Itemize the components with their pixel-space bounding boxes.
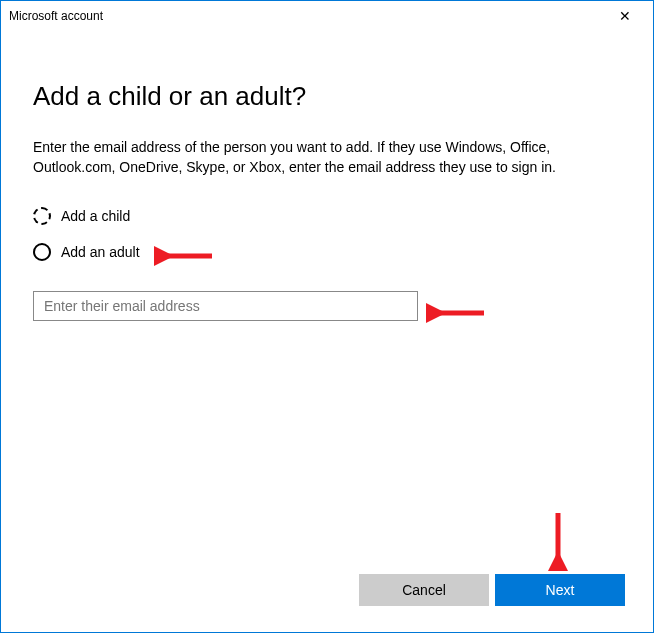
radio-label-adult: Add an adult — [61, 244, 140, 260]
radio-icon — [33, 243, 51, 261]
page-heading: Add a child or an adult? — [33, 81, 621, 112]
content-area: Add a child or an adult? Enter the email… — [1, 31, 653, 341]
next-button[interactable]: Next — [495, 574, 625, 606]
page-description: Enter the email address of the person yo… — [33, 138, 621, 177]
cancel-button[interactable]: Cancel — [359, 574, 489, 606]
radio-add-adult[interactable]: Add an adult — [33, 243, 621, 261]
button-row: Cancel Next — [359, 574, 625, 606]
annotation-arrow — [543, 511, 573, 571]
radio-group: Add a child Add an adult — [33, 207, 621, 261]
radio-add-child[interactable]: Add a child — [33, 207, 621, 225]
window-title: Microsoft account — [9, 9, 602, 23]
titlebar: Microsoft account ✕ — [1, 1, 653, 31]
email-input[interactable] — [33, 291, 418, 321]
close-icon: ✕ — [619, 8, 631, 24]
close-button[interactable]: ✕ — [602, 2, 647, 30]
radio-icon — [33, 207, 51, 225]
radio-label-child: Add a child — [61, 208, 130, 224]
